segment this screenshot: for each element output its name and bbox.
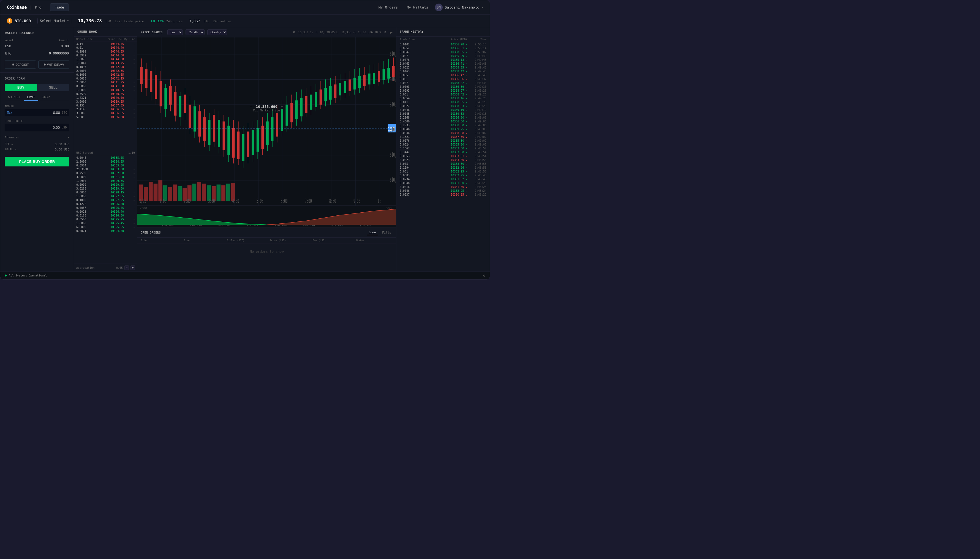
ask-row[interactable]: 2.000010342.85- <box>74 69 137 73</box>
ask-row[interactable]: 0.592210344.30- <box>74 53 137 57</box>
trade-row[interactable]: 0.004610339.25 ↗9:49:06 <box>396 127 490 131</box>
bid-row[interactable]: 0.122210326.50- <box>74 202 137 206</box>
trade-row[interactable]: 0.0310336.66 ↘9:49:37 <box>396 77 490 81</box>
place-buy-order-button[interactable]: PLACE BUY ORDER <box>5 157 70 167</box>
trade-row[interactable]: 0.023410331.02 ↗9:48:43 <box>396 177 490 181</box>
trade-row[interactable]: 0.010210336.78 ↗9:50:15 <box>396 42 490 46</box>
bid-row[interactable]: 0.050010325.75- <box>74 218 137 222</box>
trade-row[interactable]: 0.004510339.33 ↗9:49:13 <box>396 112 490 116</box>
trade-row[interactable]: 0.095210336.81 ↗9:50:14 <box>396 46 490 50</box>
timeframe-select[interactable]: 5m1m15m1h <box>167 30 183 35</box>
trade-row[interactable]: 0.002310338.05 ↗9:49:48 <box>396 66 490 69</box>
trade-row[interactable]: 0.004610338.98 ↘9:49:02 <box>396 131 490 135</box>
trade-row[interactable]: 0.009310336.59 ↗9:49:30 <box>396 85 490 89</box>
bid-row[interactable]: 4.004510335.05- <box>74 156 137 160</box>
my-wallets-btn[interactable]: My Wallets <box>405 4 430 10</box>
limit-price-input[interactable] <box>7 126 60 129</box>
bid-row[interactable]: 1.290410329.35- <box>74 179 137 183</box>
bid-row[interactable]: 0.098410333.50- <box>74 164 137 167</box>
withdraw-button[interactable]: ⊖ WITHDRAW <box>38 61 70 68</box>
user-info[interactable]: SN Satoshi Nakamoto ▾ <box>435 3 483 11</box>
trade-row[interactable]: 0.00510333.00 ↗9:48:53 <box>396 162 490 165</box>
bid-row[interactable]: 0.099910329.25- <box>74 183 137 187</box>
chart-nav-right-icon[interactable]: ▶ <box>390 30 393 35</box>
ask-row[interactable]: 2.41410336.55- <box>74 107 137 111</box>
aggregation-minus-button[interactable]: − <box>124 265 129 270</box>
ask-row[interactable]: 0.109710342.90- <box>74 65 137 69</box>
ask-row[interactable]: 1.437110340.00- <box>74 96 137 99</box>
bid-row[interactable]: 0.001010328.15- <box>74 191 137 195</box>
overlay-select[interactable]: Overlay <box>207 30 227 35</box>
ask-row[interactable]: 3.00010336.35- <box>74 111 137 115</box>
trade-row[interactable]: 0.007610335.13 ↗9:49:48 <box>396 58 490 62</box>
ask-row[interactable]: 0.068810342.15- <box>74 76 137 80</box>
ask-row[interactable]: 3.000010339.25- <box>74 99 137 103</box>
logo[interactable]: Coinbase | Pro <box>7 5 41 10</box>
bid-row[interactable]: 0.100010327.25- <box>74 198 137 202</box>
trade-row[interactable]: 0.004710338.05 ↗9:50:02 <box>396 50 490 54</box>
bid-row[interactable]: 0.759910332.90- <box>74 171 137 175</box>
trade-row[interactable]: 0.01110338.05 ↗9:49:20 <box>396 100 490 104</box>
trade-tab[interactable]: Trade <box>50 3 68 11</box>
trade-row[interactable]: 0.00110332.95 ↗9:48:50 <box>396 169 490 173</box>
ask-row[interactable]: 3.1410344.45- <box>74 42 137 46</box>
trade-row[interactable]: 0.004610332.95 ↗9:48:24 <box>396 189 490 193</box>
ask-row[interactable]: 2.000010341.95- <box>74 80 137 84</box>
trade-row[interactable]: 0.035310333.01 ↘9:48:54 <box>396 154 490 158</box>
trade-row[interactable]: 0.00710338.42 ↗9:45:35 <box>396 81 490 85</box>
bid-row[interactable]: 0.616810326.30- <box>74 214 137 218</box>
trade-row[interactable]: 0.007610335.00 ↗9:49:02 <box>396 139 490 142</box>
bid-row[interactable]: 6.000010325.25- <box>74 225 137 229</box>
sell-tab[interactable]: SELL <box>37 84 70 91</box>
ask-row[interactable]: 0.600010341.80- <box>74 84 137 88</box>
ask-row[interactable]: 1.004710343.75- <box>74 61 137 65</box>
max-link[interactable]: Max <box>7 111 12 114</box>
trade-row[interactable]: 0.004610339.19 ↗9:49:19 <box>396 108 490 112</box>
trade-row[interactable]: 0.293310338.80 ↗9:49:06 <box>396 123 490 127</box>
trade-row[interactable]: 0.182110337.80 ↘9:49:02 <box>396 135 490 139</box>
select-market-btn[interactable]: Select Market ▾ <box>37 18 71 24</box>
fills-tab[interactable]: Fills <box>380 230 393 235</box>
trade-row[interactable]: 0.166710333.60 ↗9:48:57 <box>396 146 490 150</box>
my-orders-btn[interactable]: My Orders <box>376 4 400 10</box>
ask-row[interactable]: 0.13210337.35- <box>74 103 137 107</box>
trade-row[interactable]: 0.002310333.00 ↘9:48:53 <box>396 158 490 162</box>
trade-row[interactable]: 0.00110338.42 ↗9:49:26 <box>396 93 490 96</box>
trade-row[interactable]: 0.344210333.80 ↗9:48:54 <box>396 150 490 154</box>
chart-type-select[interactable]: CandleLine <box>186 30 204 35</box>
trade-row[interactable]: 0.00510336.42 ↘9:49:48 <box>396 73 490 77</box>
bid-row[interactable]: 0.003710326.45- <box>74 206 137 210</box>
ask-row[interactable]: 0.759910340.35- <box>74 92 137 96</box>
limit-tab[interactable]: LIMIT <box>24 94 38 101</box>
ask-row[interactable]: 0.299910344.35- <box>74 50 137 53</box>
bid-row[interactable]: 0.002310326.40- <box>74 210 137 214</box>
trade-row[interactable]: 0.001610331.00 ↘9:48:24 <box>396 185 490 189</box>
trade-row[interactable]: 0.400010336.80 ↗9:49:06 <box>396 119 490 123</box>
bid-row[interactable]: 3.026810329.00- <box>74 187 137 191</box>
ask-row[interactable]: 0.100010342.65- <box>74 73 137 76</box>
buy-tab[interactable]: BUY <box>5 84 37 91</box>
bid-row[interactable]: 1.000010327.95- <box>74 195 137 198</box>
trade-row[interactable]: 0.004810331.00 ↗9:48:28 <box>396 181 490 185</box>
bid-row[interactable]: 25.300010333.00- <box>74 167 137 171</box>
trade-row[interactable]: 0.005410338.46 ↗9:49:20 <box>396 96 490 100</box>
bid-row[interactable]: 0.002110324.50- <box>74 229 137 233</box>
trade-row[interactable]: 0.046310338.42 ↗9:49:48 <box>396 69 490 73</box>
open-tab[interactable]: Open <box>367 230 378 235</box>
ask-row[interactable]: 1.000010340.65- <box>74 88 137 92</box>
bid-row[interactable]: 1.000010325.45- <box>74 222 137 225</box>
aggregation-plus-button[interactable]: + <box>131 265 135 270</box>
trade-row[interactable]: 0.109410332.96 ↗9:48:53 <box>396 165 490 169</box>
stop-tab[interactable]: STOP <box>38 94 53 101</box>
bid-row[interactable]: 3.000010331.00- <box>74 175 137 179</box>
trade-row[interactable]: 0.008310332.95 ↗9:48:48 <box>396 173 490 177</box>
amount-input[interactable] <box>14 111 60 115</box>
bid-row[interactable]: 2.500010334.95- <box>74 160 137 164</box>
market-tab[interactable]: MARKET <box>5 94 24 101</box>
trade-row[interactable]: 0.00710335.29 ↗9:49:49 <box>396 54 490 58</box>
trade-row[interactable]: 0.002710338.63 ↗9:49:20 <box>396 104 490 108</box>
deposit-button[interactable]: ⊕ DEPOSIT <box>5 61 36 68</box>
ask-row[interactable]: 5.60110336.30- <box>74 115 137 119</box>
ask-row[interactable]: 0.0110344.40- <box>74 46 137 50</box>
ask-row[interactable]: 1.00710344.00- <box>74 57 137 61</box>
